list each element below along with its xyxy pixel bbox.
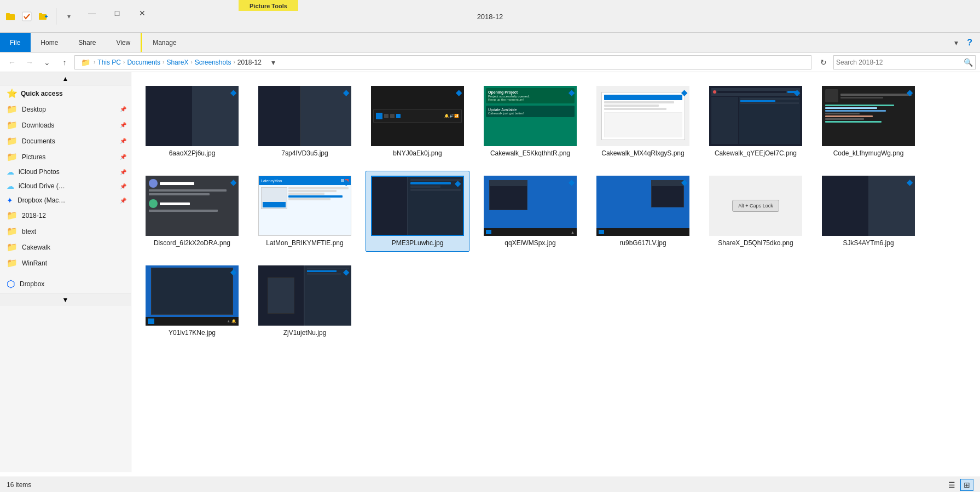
file-name: 7sp4IVD3u5.jpg — [281, 149, 328, 157]
file-item[interactable]: ◆ Discord_6I2kX2oDRA.png — [140, 171, 244, 252]
dropbox-logo-icon: ⬡ — [7, 278, 15, 290]
file-name: ZjV1ujetNu.jpg — [283, 329, 327, 337]
pin-badge: ◆ — [230, 178, 236, 187]
file-name: Discord_6I2kX2oDRA.png — [154, 239, 230, 247]
expand-ribbon-icon[interactable]: ▾ — [951, 36, 961, 49]
breadcrumb-expand-button[interactable]: ▾ — [266, 55, 281, 70]
sidebar-item-btext[interactable]: 📁 btext — [0, 223, 131, 239]
folder-icon: 📁 — [7, 226, 18, 236]
sidebar-item-desktop[interactable]: 📁 Desktop 📌 — [0, 101, 131, 117]
pin-badge: ◆ — [343, 88, 349, 97]
file-item[interactable]: ◆ ZjV1ujetNu.jpg — [253, 261, 357, 341]
minimize-button[interactable]: — — [79, 4, 105, 22]
pin-badge: ◆ — [907, 178, 913, 187]
file-item[interactable]: ◆ 6aaoX2Pj6u.jpg — [140, 81, 244, 162]
pin-badge: ◆ — [569, 178, 575, 187]
search-input[interactable] — [836, 59, 964, 66]
file-item[interactable]: ◆ 7sp4IVD3u5.jpg — [253, 81, 357, 162]
forward-button[interactable]: → — [22, 55, 37, 70]
sidebar-item-cakewalk[interactable]: 📁 Cakewalk — [0, 239, 131, 255]
file-thumbnail: ◆ — [596, 86, 689, 146]
large-icons-view-button[interactable]: ⊞ — [960, 479, 973, 491]
maximize-button[interactable]: □ — [105, 4, 130, 22]
file-name: SJkS4AYTm6.jpg — [843, 239, 894, 247]
file-thumbnail: ◆ — [822, 176, 915, 236]
file-name: Code_kLfhymugWg.png — [833, 149, 904, 157]
file-item[interactable]: Opening Project Project successfully ope… — [478, 81, 582, 162]
tab-share[interactable]: Share — [68, 33, 106, 52]
file-item[interactable]: ◆ Cakewalk_qYEEjOeI7C.png — [704, 81, 808, 162]
file-name: qqXElWMSpx.jpg — [505, 239, 555, 247]
sidebar-item-2018-12[interactable]: 📁 2018-12 — [0, 207, 131, 223]
sidebar-item-downloads[interactable]: 📁 Downloads 📌 — [0, 117, 131, 133]
file-name: Y01lv17KNe.jpg — [169, 329, 216, 337]
dropbox-icon: ✦ — [7, 196, 13, 205]
file-thumbnail: ◆ — [371, 176, 464, 236]
pin-icon: 📌 — [120, 169, 126, 175]
file-item[interactable]: LatencyMon — [253, 171, 357, 252]
title-bar: ▾ Picture Tools 2018-12 — □ ✕ — [0, 0, 980, 33]
sidebar-item-quick-access[interactable]: ⭐ Quick access — [0, 85, 131, 101]
tab-view[interactable]: View — [106, 33, 141, 52]
recent-locations-button[interactable]: ⌄ — [39, 55, 55, 70]
folder-icon[interactable] — [4, 10, 16, 22]
sidebar-item-winrant[interactable]: 📁 WinRant — [0, 255, 131, 271]
back-button[interactable]: ← — [4, 55, 20, 70]
file-name: bNYJ0aEk0j.png — [393, 149, 442, 157]
tab-home[interactable]: Home — [31, 33, 68, 52]
picture-tools-label: Picture Tools — [239, 0, 298, 11]
breadcrumb-screenshots[interactable]: Screenshots — [195, 59, 231, 66]
file-item[interactable]: 🔔🔊📶 ◆ bNYJ0aEk0j.png — [366, 81, 469, 162]
sidebar-item-documents[interactable]: 📁 Documents 📌 — [0, 133, 131, 149]
file-item[interactable]: ◆ PME3PLuwhc.jpg — [366, 171, 469, 252]
breadcrumb-current: 2018-12 — [237, 59, 262, 66]
tab-file[interactable]: File — [0, 33, 31, 52]
pin-icon: 📌 — [120, 198, 126, 204]
checkmark-icon[interactable] — [21, 10, 33, 22]
up-button[interactable]: ↑ — [57, 55, 72, 70]
breadcrumb-thispc[interactable]: This PC — [97, 59, 121, 66]
file-name: PME3PLuwhc.jpg — [392, 239, 444, 247]
sidebar-item-icloud-drive[interactable]: ☁ iCloud Drive (… 📌 — [0, 179, 131, 193]
svg-rect-1 — [6, 13, 10, 15]
file-thumbnail: ◆ — [146, 86, 239, 146]
file-item[interactable]: ◆ SJkS4AYTm6.jpg — [816, 171, 920, 252]
sidebar-scroll-down[interactable]: ▼ — [0, 293, 131, 306]
tab-manage[interactable]: Manage — [141, 33, 186, 52]
file-name: LatMon_BRIKYMFTlE.png — [266, 239, 343, 247]
refresh-button[interactable]: ↻ — [816, 55, 831, 70]
svg-rect-4 — [39, 13, 42, 15]
pin-badge: ◆ — [343, 178, 349, 187]
sidebar-item-pictures[interactable]: 📁 Pictures 📌 — [0, 149, 131, 165]
file-item[interactable]: ▲ ◆ qqXElWMSpx.jpg — [478, 171, 582, 252]
folder-icon: 📁 — [7, 120, 18, 130]
file-item[interactable]: ▲ 🔔 ◆ Y01lv17KNe.jpg — [140, 261, 244, 341]
close-button[interactable]: ✕ — [130, 4, 155, 22]
help-icon[interactable]: ? — [964, 36, 976, 50]
file-item[interactable]: Alt + Caps Lock ShareX_D5QhI75dko.png — [704, 171, 808, 252]
new-folder-icon[interactable] — [37, 10, 49, 22]
file-item[interactable]: ◆ ru9bG617LV.jpg — [591, 171, 695, 252]
pin-badge: ◆ — [569, 88, 575, 97]
pin-icon: 📌 — [120, 154, 126, 160]
sidebar-item-icloud-photos[interactable]: ☁ iCloud Photos 📌 — [0, 165, 131, 179]
sidebar-item-dropbox[interactable]: ⬡ Dropbox — [0, 275, 131, 293]
breadcrumb-documents[interactable]: Documents — [127, 59, 160, 66]
file-item[interactable]: ◆ Code_kLfhymugWg.png — [816, 81, 920, 162]
file-thumbnail: ◆ — [258, 86, 351, 146]
breadcrumb-sharex[interactable]: ShareX — [166, 59, 188, 66]
breadcrumb[interactable]: 📁 › This PC › Documents › ShareX › Scree… — [74, 55, 811, 70]
pin-badge: ◆ — [343, 268, 349, 276]
file-item[interactable]: ◆ Cakewalk_MX4qRlxgyS.png — [591, 81, 695, 162]
sidebar-scroll-up[interactable]: ▲ — [0, 72, 131, 85]
file-area: ◆ 6aaoX2Pj6u.jpg ◆ 7sp4IVD3u5.jpg — [131, 72, 980, 472]
file-name: ShareX_D5QhI75dko.png — [718, 239, 793, 247]
file-grid: ◆ 6aaoX2Pj6u.jpg ◆ 7sp4IVD3u5.jpg — [140, 81, 971, 341]
down-arrow-icon[interactable]: ▾ — [63, 10, 75, 22]
details-view-button[interactable]: ☰ — [945, 479, 958, 491]
pin-badge: ◆ — [455, 179, 461, 188]
icloud-icon: ☁ — [7, 167, 14, 176]
pin-badge: ◆ — [230, 268, 236, 276]
sidebar-item-dropbox-mac[interactable]: ✦ Dropbox (Mac… 📌 — [0, 193, 131, 207]
file-thumbnail: ◆ — [258, 265, 351, 326]
